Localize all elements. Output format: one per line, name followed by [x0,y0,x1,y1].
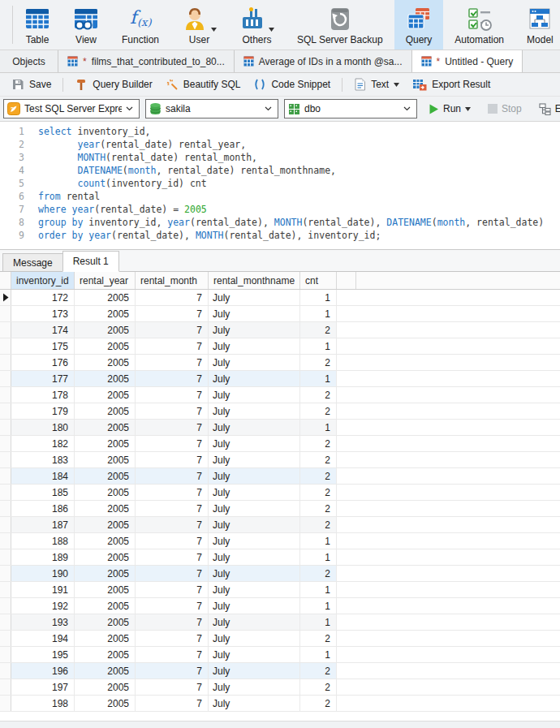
cell-cnt[interactable]: 1 [300,371,337,386]
cell-rental-monthname[interactable]: July [209,614,300,630]
cell-rental-monthname[interactable]: July [209,631,300,646]
cell-rental-monthname[interactable]: July [209,387,300,403]
cell-cnt[interactable]: 1 [300,290,337,305]
cell-rental-year[interactable]: 2005 [75,355,136,370]
cell-rental-month[interactable]: 7 [136,566,209,581]
database-select[interactable]: sakila [145,99,278,118]
cell-rental-year[interactable]: 2005 [75,566,136,581]
cell-rental-month[interactable]: 7 [136,663,209,678]
cell-rental-monthname[interactable]: July [209,679,300,695]
cell-rental-monthname[interactable]: July [209,436,300,451]
cell-cnt[interactable]: 1 [300,647,337,662]
cell-rental-year[interactable]: 2005 [75,517,136,532]
export-result-button[interactable]: Export Result [406,75,497,93]
cell-inventory-id[interactable]: 188 [11,533,75,549]
cell-cnt[interactable]: 2 [300,436,337,451]
connection-select[interactable]: Test SQL Server Expres [3,99,140,118]
cell-rental-month[interactable]: 7 [136,387,209,403]
cell-cnt[interactable]: 2 [300,322,337,338]
cell-cnt[interactable]: 2 [300,403,337,419]
row-indicator[interactable] [0,533,11,549]
cell-rental-monthname[interactable]: July [209,371,300,386]
cell-inventory-id[interactable]: 175 [11,338,75,354]
row-indicator[interactable] [0,631,11,646]
cell-cnt[interactable]: 1 [300,533,337,549]
column-header-inventory-id[interactable]: inventory_id [11,272,75,289]
cell-inventory-id[interactable]: 174 [11,322,75,338]
cell-cnt[interactable]: 2 [300,355,337,370]
toolbar-item-others[interactable]: Others [228,0,286,50]
cell-rental-monthname[interactable]: July [209,452,300,467]
cell-rental-month[interactable]: 7 [136,582,209,597]
cell-rental-month[interactable]: 7 [136,322,209,338]
cell-inventory-id[interactable]: 172 [11,290,75,305]
row-indicator[interactable] [0,322,11,338]
cell-rental-year[interactable]: 2005 [75,371,136,386]
cell-rental-monthname[interactable]: July [209,420,300,435]
cell-inventory-id[interactable]: 180 [11,420,75,435]
cell-rental-monthname[interactable]: July [209,663,300,678]
cell-rental-month[interactable]: 7 [136,403,209,419]
cell-inventory-id[interactable]: 178 [11,387,75,403]
cell-inventory-id[interactable]: 184 [11,468,75,484]
cell-rental-monthname[interactable]: July [209,468,300,484]
sql-editor[interactable]: 1select inventory_id,2 year(rental_date)… [0,122,560,249]
column-header-rental-month[interactable]: rental_month [136,272,209,289]
cell-rental-month[interactable]: 7 [136,631,209,646]
code-snippet-button[interactable]: Code Snippet [247,75,337,93]
cell-rental-year[interactable]: 2005 [75,485,136,500]
cell-cnt[interactable]: 1 [300,582,337,597]
tab-average-of-ids-in-a-month-sa[interactable]: Average of IDs in a month @sa... [235,50,412,72]
cell-inventory-id[interactable]: 195 [11,647,75,662]
cell-inventory-id[interactable]: 179 [11,403,75,419]
cell-cnt[interactable]: 1 [300,306,337,321]
toolbar-item-model[interactable]: Model [515,0,560,50]
cell-inventory-id[interactable]: 193 [11,614,75,630]
cell-cnt[interactable]: 2 [300,517,337,532]
cell-inventory-id[interactable]: 192 [11,598,75,614]
cell-rental-year[interactable]: 2005 [75,322,136,338]
row-indicator[interactable] [0,679,11,695]
cell-inventory-id[interactable]: 198 [11,696,75,711]
toolbar-item-function[interactable]: f(x)Function [110,0,170,50]
cell-rental-month[interactable]: 7 [136,355,209,370]
explain-button[interactable]: Explain [533,103,560,115]
row-indicator[interactable] [0,517,11,532]
cell-rental-month[interactable]: 7 [136,420,209,435]
result-tab-message[interactable]: Message [2,253,63,271]
cell-rental-year[interactable]: 2005 [75,647,136,662]
cell-cnt[interactable]: 2 [300,387,337,403]
row-indicator[interactable] [0,663,11,678]
row-indicator[interactable] [0,647,11,662]
cell-rental-month[interactable]: 7 [136,517,209,532]
cell-rental-monthname[interactable]: July [209,517,300,532]
cell-rental-monthname[interactable]: July [209,355,300,370]
toolbar-item-view[interactable]: View [62,0,110,50]
cell-rental-monthname[interactable]: July [209,647,300,662]
cell-rental-month[interactable]: 7 [136,533,209,549]
tab-untitled-query[interactable]: *Untitled - Query [412,50,523,72]
cell-rental-year[interactable]: 2005 [75,582,136,597]
cell-inventory-id[interactable]: 176 [11,355,75,370]
query-builder-button[interactable]: Query Builder [68,75,158,93]
cell-rental-month[interactable]: 7 [136,696,209,711]
cell-cnt[interactable]: 1 [300,598,337,614]
cell-rental-month[interactable]: 7 [136,485,209,500]
row-indicator[interactable] [0,338,11,354]
cell-rental-monthname[interactable]: July [209,566,300,581]
toolbar-item-user[interactable]: User [170,0,228,50]
row-indicator[interactable] [0,696,11,711]
row-indicator[interactable] [0,598,11,614]
cell-cnt[interactable]: 1 [300,420,337,435]
cell-rental-year[interactable]: 2005 [75,387,136,403]
toolbar-item-table[interactable]: Table [13,0,62,50]
cell-inventory-id[interactable]: 177 [11,371,75,386]
cell-rental-year[interactable]: 2005 [75,290,136,305]
column-header-cnt[interactable]: cnt [300,272,337,289]
cell-inventory-id[interactable]: 191 [11,582,75,597]
row-indicator[interactable] [0,420,11,435]
tab-objects[interactable]: Objects [0,50,58,72]
cell-rental-year[interactable]: 2005 [75,468,136,484]
cell-rental-month[interactable]: 7 [136,306,209,321]
cell-rental-month[interactable]: 7 [136,614,209,630]
